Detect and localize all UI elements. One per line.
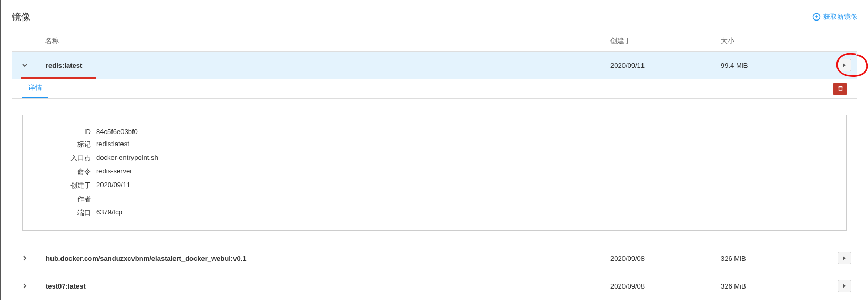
expanded-details: 详情 ID 84c5f6e03bf0 标记 redis:latest bbox=[12, 79, 857, 231]
detail-panel: ID 84c5f6e03bf0 标记 redis:latest 入口点 dock… bbox=[22, 115, 847, 231]
tab-details[interactable]: 详情 bbox=[22, 79, 48, 98]
get-new-image-button[interactable]: 获取新镜像 bbox=[812, 12, 857, 22]
image-size: 326 MiB bbox=[721, 254, 831, 262]
detail-label-command: 命令 bbox=[23, 167, 96, 177]
chevron-down-icon[interactable] bbox=[21, 62, 28, 69]
image-created: 2020/09/08 bbox=[610, 254, 721, 262]
get-new-image-label: 获取新镜像 bbox=[823, 12, 857, 22]
image-name: test07:latest bbox=[46, 282, 86, 290]
detail-value-tag: redis:latest bbox=[96, 140, 129, 149]
detail-label-author: 作者 bbox=[23, 195, 96, 204]
detail-label-entrypoint: 入口点 bbox=[23, 154, 96, 163]
image-size: 99.4 MiB bbox=[721, 62, 831, 69]
table-row[interactable]: hub.docker.com/sanduzxcvbnm/elastalert_d… bbox=[12, 244, 857, 272]
chevron-right-icon[interactable] bbox=[21, 254, 28, 262]
trash-icon bbox=[837, 85, 844, 92]
delete-button[interactable] bbox=[833, 83, 847, 95]
column-header-size: 大小 bbox=[721, 36, 831, 46]
detail-value-command: redis-server bbox=[96, 167, 132, 177]
image-name: redis:latest bbox=[46, 62, 82, 69]
images-table: 名称 创建于 大小 redis:latest 2020/09/11 99.4 M… bbox=[12, 31, 857, 300]
run-button[interactable] bbox=[838, 252, 851, 264]
annotation-underline bbox=[21, 77, 96, 79]
table-row[interactable]: redis:latest 2020/09/11 99.4 MiB bbox=[12, 51, 857, 79]
image-name: hub.docker.com/sanduzxcvbnm/elastalert_d… bbox=[46, 254, 246, 262]
detail-label-created: 创建于 bbox=[23, 181, 96, 190]
detail-value-id: 84c5f6e03bf0 bbox=[96, 128, 138, 136]
play-icon bbox=[842, 283, 847, 289]
table-header: 名称 创建于 大小 bbox=[12, 31, 857, 51]
detail-value-created: 2020/09/11 bbox=[96, 181, 130, 190]
run-button[interactable] bbox=[838, 59, 851, 71]
detail-value-port: 6379/tcp bbox=[96, 208, 122, 218]
play-icon bbox=[842, 255, 847, 261]
detail-label-id: ID bbox=[23, 128, 96, 136]
page-title: 镜像 bbox=[12, 11, 30, 23]
plus-circle-icon bbox=[812, 13, 821, 21]
image-created: 2020/09/08 bbox=[610, 282, 721, 290]
column-header-name: 名称 bbox=[38, 36, 610, 46]
detail-label-port: 端口 bbox=[23, 208, 96, 218]
play-icon bbox=[842, 63, 847, 68]
detail-label-tag: 标记 bbox=[23, 140, 96, 149]
image-size: 326 MiB bbox=[721, 282, 831, 290]
run-button[interactable] bbox=[838, 280, 851, 292]
chevron-right-icon[interactable] bbox=[21, 282, 28, 290]
image-created: 2020/09/11 bbox=[610, 62, 721, 69]
detail-value-entrypoint: docker-entrypoint.sh bbox=[96, 154, 158, 163]
table-row[interactable]: test07:latest 2020/09/08 326 MiB bbox=[12, 272, 857, 300]
column-header-created: 创建于 bbox=[610, 36, 721, 46]
